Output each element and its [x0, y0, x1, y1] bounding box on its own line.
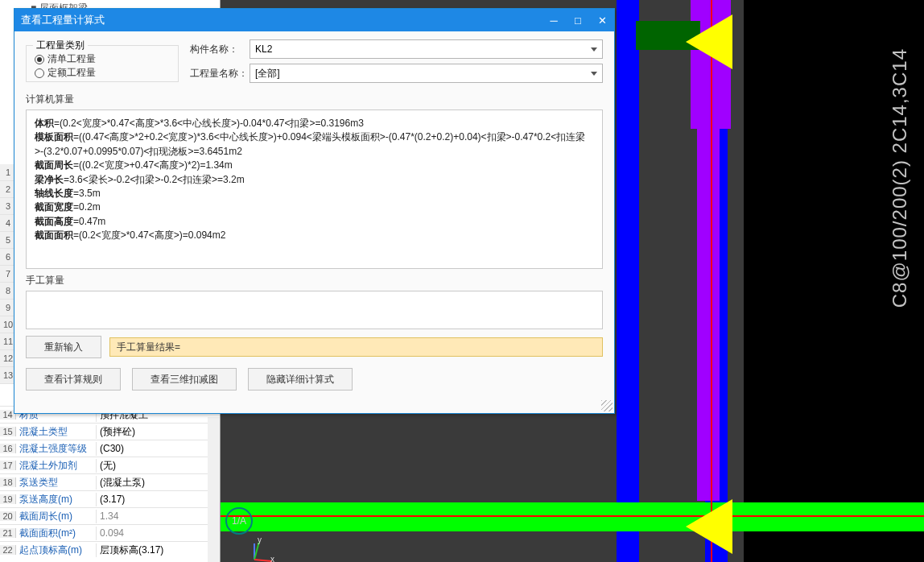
- calc-line: 体积=(0.2<宽度>*0.47<高度>*3.6<中心线长度>)-0.04*0.…: [35, 117, 594, 130]
- calc-line: 梁净长=3.6<梁长>-0.2<扣梁>-0.2<扣连梁>=3.2m: [35, 173, 594, 187]
- property-value[interactable]: (预拌砼): [97, 425, 220, 439]
- calc-line: 截面高度=0.47m: [35, 215, 594, 229]
- reinput-button[interactable]: 重新输入: [26, 336, 101, 358]
- manual-calc-label: 手工算量: [26, 274, 603, 287]
- dialog-title: 查看工程量计算式: [21, 13, 105, 27]
- beam-green-h: [221, 502, 924, 531]
- grid-bubble: 1/A: [225, 507, 253, 535]
- radio-norm-qty[interactable]: 定额工程量: [35, 66, 96, 80]
- property-row[interactable]: 19泵送高度(m)(3.17): [0, 490, 220, 507]
- beam-blue-1: [617, 0, 639, 562]
- calc-line: 截面周长=((0.2<宽度>+0.47<高度>)*2)=1.34m: [35, 159, 594, 172]
- row-number: 15: [0, 427, 16, 436]
- property-key: 泵送高度(m): [16, 493, 97, 506]
- row-number: 18: [0, 477, 16, 487]
- minimize-button[interactable]: ─: [542, 9, 566, 31]
- qty-name-combo[interactable]: [全部]: [250, 64, 603, 83]
- axis-red-v: [711, 0, 712, 562]
- property-key: 起点顶标高(m): [16, 543, 97, 557]
- qty-type-group: 工程量类别 清单工程量 定额工程量: [26, 45, 179, 82]
- row-number: 17: [0, 461, 16, 470]
- property-row[interactable]: 16混凝土强度等级(C30): [0, 440, 220, 457]
- resize-grip[interactable]: [601, 400, 613, 411]
- axis-red-h: [221, 515, 924, 517]
- property-value[interactable]: 1.34: [97, 510, 220, 522]
- property-value[interactable]: (C30): [97, 443, 220, 454]
- marker-arrow-bottom: [686, 499, 732, 554]
- rebar-label: C8@100/200(2) 2C14,3C14: [889, 48, 911, 308]
- qty-name-label: 工程量名称：: [190, 67, 250, 81]
- property-row[interactable]: 18泵送类型(混凝土泵): [0, 473, 220, 490]
- marker-arrow-top: [686, 14, 732, 69]
- property-value[interactable]: (无): [97, 459, 220, 473]
- row-number: 21: [0, 528, 16, 538]
- property-row[interactable]: 17混凝土外加剂(无): [0, 457, 220, 473]
- calc-line: 截面面积=(0.2<宽度>*0.47<高度>)=0.094m2: [35, 229, 594, 242]
- component-name-label: 构件名称：: [190, 43, 250, 56]
- row-number: 16: [0, 444, 16, 453]
- view-3d-button[interactable]: 查看三维扣减图: [132, 368, 237, 391]
- chevron-down-icon: [591, 72, 597, 76]
- calc-line: 轴线长度=3.5m: [35, 187, 594, 200]
- row-number: 19: [0, 494, 16, 504]
- chevron-down-icon: [591, 48, 597, 52]
- component-name-combo[interactable]: KL2: [250, 39, 603, 59]
- property-key: 截面面积(m²): [16, 527, 97, 540]
- property-key: 混凝土外加剂: [16, 459, 97, 473]
- property-row[interactable]: 15混凝土类型(预拌砼): [0, 423, 220, 440]
- property-key: 泵送类型: [16, 476, 97, 490]
- calc-line: 截面宽度=0.2m: [35, 200, 594, 214]
- computer-calc-label: 计算机算量: [26, 93, 603, 106]
- qty-type-legend: 工程量类别: [33, 39, 88, 52]
- computer-calc-textbox[interactable]: 体积=(0.2<宽度>*0.47<高度>*3.6<中心线长度>)-0.04*0.…: [26, 110, 603, 269]
- property-key: 截面周长(m): [16, 510, 97, 523]
- row-number: 20: [0, 511, 16, 521]
- property-value[interactable]: (3.17): [97, 494, 220, 505]
- manual-calc-textbox[interactable]: [26, 291, 603, 329]
- property-value[interactable]: (混凝土泵): [97, 476, 220, 490]
- property-value[interactable]: 0.094: [97, 527, 220, 539]
- hide-detail-button[interactable]: 隐藏详细计算式: [248, 368, 353, 391]
- scrollbar-vertical[interactable]: [208, 417, 220, 562]
- property-row[interactable]: 22起点顶标高(m)层顶标高(3.17): [0, 541, 220, 558]
- property-value[interactable]: 层顶标高(3.17): [97, 543, 220, 557]
- manual-result-display: 手工算量结果=: [109, 337, 603, 357]
- radio-list-qty[interactable]: 清单工程量: [35, 52, 96, 66]
- calc-line: 模板面积=((0.47<高度>*2+0.2<宽度>)*3.6<中心线长度>)+0…: [35, 130, 594, 159]
- property-row[interactable]: 21截面面积(m²)0.094: [0, 524, 220, 541]
- row-number: 22: [0, 545, 16, 555]
- property-key: 混凝土强度等级: [16, 442, 97, 456]
- property-grid[interactable]: 14材质预拌混凝土15混凝土类型(预拌砼)16混凝土强度等级(C30)17混凝土…: [0, 406, 220, 562]
- property-key: 混凝土类型: [16, 425, 97, 439]
- maximize-button[interactable]: □: [566, 9, 590, 31]
- close-button[interactable]: ✕: [590, 9, 614, 31]
- property-row[interactable]: 20截面周长(m)1.34: [0, 507, 220, 524]
- calc-dialog: 查看工程量计算式 ─ □ ✕ 工程量类别 清单工程量 定额工程量 构件: [14, 8, 615, 414]
- view-rule-button[interactable]: 查看计算规则: [26, 368, 121, 391]
- dialog-titlebar[interactable]: 查看工程量计算式 ─ □ ✕: [14, 9, 614, 31]
